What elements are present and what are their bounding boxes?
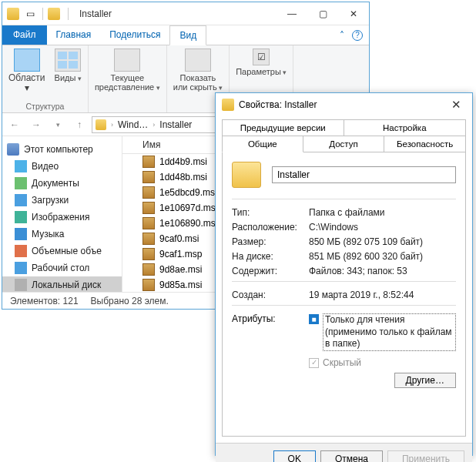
tab-page-general: Installer Тип:Папка с файлами Расположен… bbox=[222, 152, 466, 437]
drv-icon bbox=[15, 279, 27, 291]
sidebar-item[interactable]: Документы bbox=[2, 175, 122, 192]
tab-general[interactable]: Общие bbox=[222, 136, 303, 152]
msi-icon bbox=[142, 217, 155, 229]
tab-home[interactable]: Главная bbox=[47, 25, 101, 45]
value-location: C:\Windows bbox=[309, 222, 456, 233]
sidebar-item-label: Загрузки bbox=[32, 195, 69, 206]
sidebar-item-label: Изображения bbox=[32, 212, 89, 223]
close-button[interactable]: ✕ bbox=[338, 3, 369, 25]
msi-icon bbox=[142, 156, 155, 168]
sidebar-item[interactable]: Этот компьютер bbox=[2, 141, 122, 158]
doc-icon bbox=[15, 177, 27, 189]
sidebar-item[interactable]: Рабочий стол bbox=[2, 259, 122, 276]
options-button[interactable]: ☑ Параметры bbox=[236, 49, 287, 77]
properties-dialog: Свойства: Installer ✕ Предыдущие версии … bbox=[215, 92, 473, 456]
value-created: 19 марта 2019 г., 8:52:44 bbox=[309, 290, 456, 300]
close-button[interactable]: ✕ bbox=[447, 98, 466, 112]
folder-name-input[interactable]: Installer bbox=[272, 166, 456, 183]
folder-icon bbox=[7, 8, 19, 20]
ribbon-collapse-icon[interactable]: ˄ bbox=[340, 30, 344, 41]
nav-forward-icon[interactable]: → bbox=[27, 116, 45, 134]
value-size: 850 МБ (892 075 109 байт) bbox=[309, 236, 456, 247]
nav-history-icon[interactable]: ▾ bbox=[49, 116, 67, 134]
mus-icon bbox=[15, 228, 27, 240]
sidebar-item-label: Рабочий стол bbox=[32, 263, 89, 273]
current-view-button[interactable]: Текущее представление bbox=[95, 49, 160, 92]
file-name: 9d85a.msi bbox=[159, 280, 202, 290]
maximize-button[interactable]: ▢ bbox=[307, 3, 338, 25]
sidebar-item-label: Этот компьютер bbox=[24, 144, 93, 155]
nav-back-icon[interactable]: ← bbox=[5, 116, 24, 134]
file-name: 1dd4b9.msi bbox=[159, 156, 207, 167]
msi-icon bbox=[142, 248, 155, 260]
tab-file[interactable]: Файл bbox=[2, 25, 47, 45]
ribbon-group-structure: Структура bbox=[26, 102, 65, 111]
file-name: 9d8ae.msi bbox=[159, 264, 202, 275]
sidebar-item[interactable]: Локальный диск bbox=[2, 276, 122, 292]
file-name: 1e106890.msi bbox=[159, 218, 217, 229]
cancel-button[interactable]: Отмена bbox=[320, 450, 383, 463]
sidebar-item-label: Музыка bbox=[32, 229, 64, 239]
checkbox-readonly[interactable]: ■ Только для чтения(применимо только к ф… bbox=[309, 313, 456, 351]
sidebar-item[interactable]: Объемные объе bbox=[2, 243, 122, 259]
nav-up-icon[interactable]: ↑ bbox=[70, 116, 89, 134]
window-title: Installer bbox=[79, 8, 112, 19]
sidebar-item[interactable]: Музыка bbox=[2, 226, 122, 243]
file-name: 9caf1.msp bbox=[159, 249, 202, 259]
dialog-title: Свойства: Installer bbox=[239, 99, 317, 110]
tab-view[interactable]: Вид bbox=[169, 25, 206, 45]
sidebar-item-label: Локальный диск bbox=[32, 280, 101, 290]
sidebar-item[interactable]: Загрузки bbox=[2, 192, 122, 209]
sidebar-item-label: Документы bbox=[32, 178, 79, 189]
dl-icon bbox=[15, 194, 27, 206]
dialog-button-bar: OK Отмена Применить bbox=[216, 443, 472, 462]
vid-icon bbox=[15, 160, 27, 172]
pc-icon bbox=[7, 143, 19, 156]
minimize-button[interactable]: ― bbox=[277, 3, 307, 25]
panes-button[interactable]: Области▾ bbox=[8, 49, 45, 93]
tab-previous-versions[interactable]: Предыдущие версии bbox=[222, 119, 344, 136]
tab-access[interactable]: Доступ bbox=[303, 136, 385, 152]
file-name: 1e5dbcd9.msi bbox=[159, 187, 217, 198]
ribbon-tabs: Файл Главная Поделиться Вид ˄ ? bbox=[2, 25, 369, 45]
ok-button[interactable]: OK bbox=[273, 450, 316, 463]
desk-icon bbox=[15, 262, 27, 274]
folder-icon bbox=[48, 8, 60, 20]
msi-icon bbox=[142, 263, 155, 276]
sidebar-item-label: Видео bbox=[32, 161, 59, 172]
msi-icon bbox=[142, 279, 155, 291]
quick-rename-icon[interactable]: ▭ bbox=[22, 6, 38, 22]
folder-icon bbox=[232, 162, 261, 188]
value-type: Папка с файлами bbox=[309, 207, 456, 218]
tab-security[interactable]: Безопасность bbox=[384, 136, 466, 152]
vol-icon bbox=[15, 245, 27, 257]
dialog-titlebar: Свойства: Installer ✕ bbox=[216, 93, 472, 116]
sidebar-item[interactable]: Изображения bbox=[2, 209, 122, 226]
status-elements: Элементов: 121 bbox=[10, 296, 79, 306]
tab-setup[interactable]: Настройка bbox=[344, 119, 467, 136]
file-name: 1dd48b.msi bbox=[159, 172, 207, 182]
img-icon bbox=[15, 211, 27, 223]
tab-share[interactable]: Поделиться bbox=[100, 25, 169, 45]
folder-icon bbox=[96, 119, 106, 130]
value-contains: Файлов: 343; папок: 53 bbox=[309, 266, 456, 276]
sidebar: Этот компьютерВидеоДокументыЗагрузкиИзоб… bbox=[2, 136, 122, 292]
other-button[interactable]: Другие… bbox=[394, 373, 456, 388]
msi-icon bbox=[142, 186, 155, 199]
msi-icon bbox=[142, 171, 155, 183]
status-selected: Выбрано 28 элем. bbox=[91, 296, 169, 306]
file-name: 1e10697d.msi bbox=[159, 203, 217, 213]
sidebar-item-label: Объемные объе bbox=[32, 246, 102, 256]
value-ondisk: 851 МБ (892 600 320 байт) bbox=[309, 251, 456, 262]
titlebar: ▭ Installer ― ▢ ✕ bbox=[2, 2, 369, 25]
checkbox-hidden: ✓ Скрытый bbox=[309, 357, 456, 368]
msi-icon bbox=[142, 233, 155, 245]
help-icon[interactable]: ? bbox=[352, 30, 363, 41]
apply-button[interactable]: Применить bbox=[387, 450, 464, 463]
folder-icon bbox=[222, 99, 234, 111]
sidebar-item[interactable]: Видео bbox=[2, 158, 122, 175]
file-name: 9caf0.msi bbox=[159, 233, 199, 244]
msi-icon bbox=[142, 202, 155, 214]
views-button[interactable]: Виды bbox=[55, 49, 82, 93]
show-hide-button[interactable]: Показать или скрыть bbox=[173, 49, 223, 92]
